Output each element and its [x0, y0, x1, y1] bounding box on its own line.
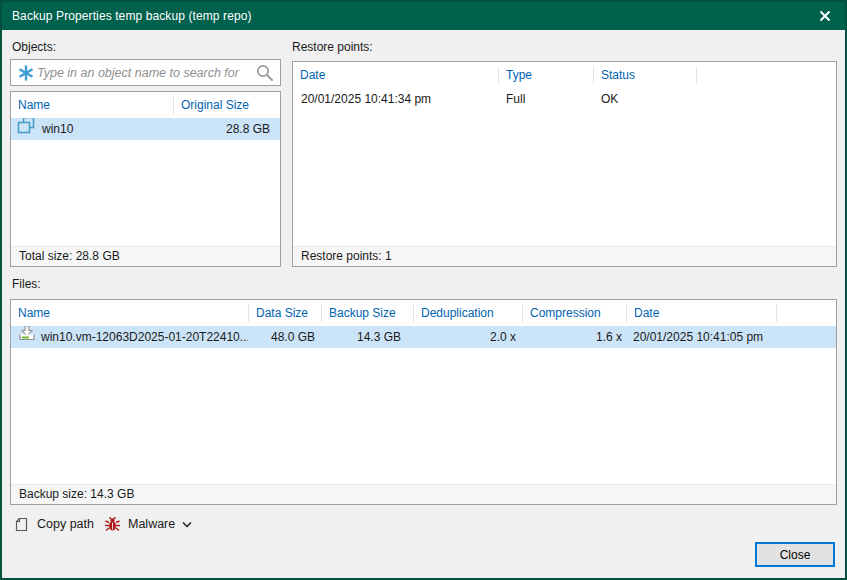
objects-header-original-size[interactable]: Original Size: [173, 97, 280, 114]
files-label: Files:: [12, 277, 41, 291]
file-compression: 1.6 x: [522, 326, 626, 348]
chevron-down-icon: [182, 521, 192, 528]
object-search-input[interactable]: [35, 66, 255, 80]
file-date: 20/01/2025 10:41:05 pm: [626, 326, 776, 348]
objects-total-size: Total size: 28.8 GB: [11, 246, 280, 266]
restore-header-type[interactable]: Type: [498, 67, 593, 84]
objects-header-name[interactable]: Name: [11, 97, 173, 114]
restore-header-spacer: [696, 67, 836, 84]
restore-point-status: OK: [593, 88, 696, 110]
copy-path-label: Copy path: [37, 517, 94, 531]
file-name: win10.vm-12063D2025-01-20T22410...: [41, 330, 248, 344]
copy-path-button[interactable]: Copy path: [10, 512, 98, 536]
restore-header-date[interactable]: Date: [293, 67, 498, 84]
backup-file-icon: [19, 326, 35, 348]
object-original-size: 28.8 GB: [173, 118, 280, 140]
file-row[interactable]: win10.vm-12063D2025-01-20T22410... 48.0 …: [11, 326, 836, 348]
restore-points-table: Date Type Status 20/01/2025 10:41:34 pm …: [292, 61, 837, 267]
restore-points-count: Restore points: 1: [293, 246, 836, 266]
restore-header-status[interactable]: Status: [593, 67, 696, 84]
malware-button[interactable]: Malware: [100, 512, 196, 536]
any-asterisk-icon: [17, 64, 35, 82]
file-data-size: 48.0 GB: [248, 326, 321, 348]
files-header-deduplication[interactable]: Deduplication: [413, 305, 522, 322]
files-backup-size-total: Backup size: 14.3 GB: [11, 484, 836, 504]
files-table-header: Name Data Size Backup Size Deduplication…: [11, 300, 836, 326]
search-icon[interactable]: [255, 63, 274, 82]
window-title: Backup Properties temp backup (temp repo…: [12, 9, 252, 23]
restore-point-row[interactable]: 20/01/2025 10:41:34 pm Full OK: [293, 88, 836, 110]
titlebar: Backup Properties temp backup (temp repo…: [2, 2, 845, 30]
objects-table-header: Name Original Size: [11, 92, 280, 118]
objects-label: Objects:: [12, 40, 56, 54]
files-header-data-size[interactable]: Data Size: [248, 305, 321, 322]
close-button[interactable]: Close: [755, 542, 835, 567]
copy-path-icon: [14, 516, 30, 533]
files-table: Name Data Size Backup Size Deduplication…: [10, 299, 837, 505]
files-header-date[interactable]: Date: [626, 305, 776, 322]
files-header-compression[interactable]: Compression: [522, 305, 626, 322]
restore-points-label: Restore points:: [292, 40, 373, 54]
files-header-name[interactable]: Name: [11, 305, 248, 322]
restore-point-type: Full: [498, 88, 593, 110]
objects-table: Name Original Size win10 28.8 GB Total s…: [10, 91, 281, 267]
object-name: win10: [42, 122, 73, 136]
files-header-spacer: [776, 305, 836, 322]
vm-icon: [17, 118, 36, 140]
malware-label: Malware: [128, 517, 175, 531]
file-backup-size: 14.3 GB: [321, 326, 413, 348]
backup-properties-dialog: Backup Properties temp backup (temp repo…: [0, 0, 847, 580]
files-header-backup-size[interactable]: Backup Size: [321, 305, 413, 322]
object-search-box: [10, 59, 281, 86]
close-icon[interactable]: [815, 6, 835, 26]
file-deduplication: 2.0 x: [413, 326, 522, 348]
restore-points-header: Date Type Status: [293, 62, 836, 88]
malware-bug-icon: [104, 516, 121, 533]
restore-point-date: 20/01/2025 10:41:34 pm: [293, 88, 498, 110]
objects-row-win10[interactable]: win10 28.8 GB: [11, 118, 280, 140]
